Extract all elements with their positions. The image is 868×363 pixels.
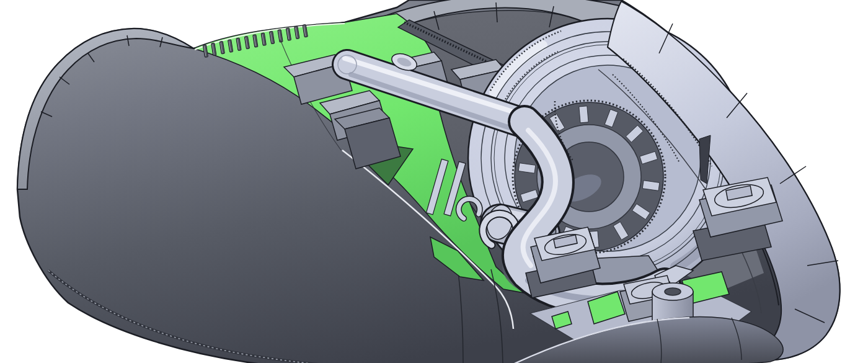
- mouse-cad-render: [0, 0, 868, 363]
- encoder-tooth: [579, 106, 588, 123]
- boss-hole: [665, 288, 681, 295]
- cad-viewport: [0, 0, 868, 363]
